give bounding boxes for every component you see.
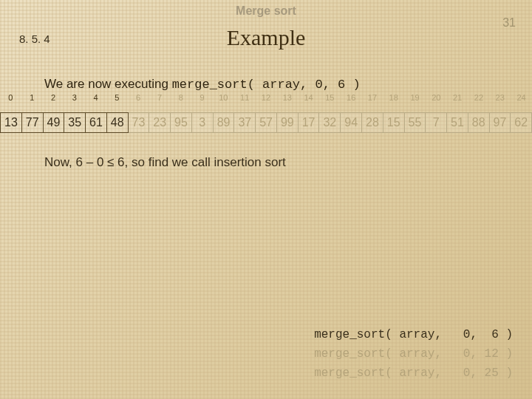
- page-number: 31: [502, 16, 516, 30]
- array-cell: 51: [447, 112, 468, 133]
- array-cell: 32: [319, 112, 341, 133]
- call-stack: merge_sort( array, 0, 6 )merge_sort( arr…: [314, 325, 513, 383]
- section-number: 8. 5. 4: [19, 33, 50, 45]
- array-cell: 89: [214, 112, 235, 133]
- array-cell: 49: [44, 112, 65, 133]
- array-row: 1377493561487323953893757991732942815557…: [0, 112, 532, 133]
- array-cell: 61: [86, 112, 107, 133]
- array-cell: 28: [362, 112, 383, 133]
- array-cell: 23: [149, 112, 171, 133]
- array-cell: 35: [64, 112, 86, 133]
- page-title: Example: [0, 25, 532, 50]
- index-label: 5: [106, 93, 128, 102]
- index-label: 14: [298, 93, 319, 102]
- index-label: 13: [276, 93, 298, 102]
- stack-frame: merge_sort( array, 0, 6 ): [314, 325, 513, 344]
- executing-call: merge_sort( array, 0, 6 ): [172, 78, 361, 92]
- index-label: 8: [170, 93, 191, 102]
- array-cell: 37: [234, 112, 256, 133]
- explanation-line: Now, 6 – 0 ≤ 6, so find we call insertio…: [44, 155, 532, 170]
- index-label: 17: [362, 93, 383, 102]
- index-label: 22: [468, 93, 490, 102]
- array-cell: 88: [468, 112, 490, 133]
- index-row: 0123456789101112131415161718192021222324: [0, 93, 532, 102]
- array-cell: 7: [426, 112, 447, 133]
- executing-prefix: We are now executing: [44, 77, 172, 91]
- array-cell: 55: [405, 112, 426, 133]
- index-label: 6: [128, 93, 149, 102]
- index-label: 4: [85, 93, 106, 102]
- now-suffix: , so find we call insertion sort: [125, 155, 286, 169]
- index-label: 12: [256, 93, 277, 102]
- index-label: 16: [341, 93, 362, 102]
- stack-frame: merge_sort( array, 0, 25 ): [314, 364, 513, 383]
- array-cell: 13: [0, 112, 22, 133]
- index-label: 7: [149, 93, 171, 102]
- now-prefix: Now,: [44, 155, 76, 169]
- index-label: 23: [489, 93, 511, 102]
- array-cell: 99: [277, 112, 299, 133]
- index-label: 24: [511, 93, 532, 102]
- index-label: 15: [319, 93, 341, 102]
- index-label: 0: [0, 93, 21, 102]
- array-cell: 48: [107, 112, 129, 133]
- slide-header: Merge sort: [0, 0, 532, 18]
- index-label: 9: [191, 93, 213, 102]
- index-label: 11: [234, 93, 256, 102]
- index-label: 20: [426, 93, 447, 102]
- executing-line: We are now executing merge_sort( array, …: [44, 77, 532, 92]
- index-label: 18: [383, 93, 404, 102]
- index-label: 1: [21, 93, 43, 102]
- array-cell: 62: [511, 112, 532, 133]
- index-label: 3: [64, 93, 85, 102]
- array-cell: 15: [383, 112, 405, 133]
- index-label: 19: [404, 93, 426, 102]
- now-math: 6 – 0 ≤ 6: [76, 155, 125, 169]
- array-cell: 17: [299, 112, 320, 133]
- array-cell: 97: [490, 112, 511, 133]
- index-label: 21: [447, 93, 468, 102]
- array-cell: 77: [22, 112, 44, 133]
- stack-frame: merge_sort( array, 0, 12 ): [314, 344, 513, 364]
- array-cell: 73: [129, 112, 150, 133]
- array-cell: 57: [256, 112, 277, 133]
- array-cell: 95: [171, 112, 192, 133]
- array-cell: 94: [341, 112, 362, 133]
- index-label: 10: [213, 93, 234, 102]
- index-label: 2: [43, 93, 64, 102]
- array-cell: 3: [192, 112, 214, 133]
